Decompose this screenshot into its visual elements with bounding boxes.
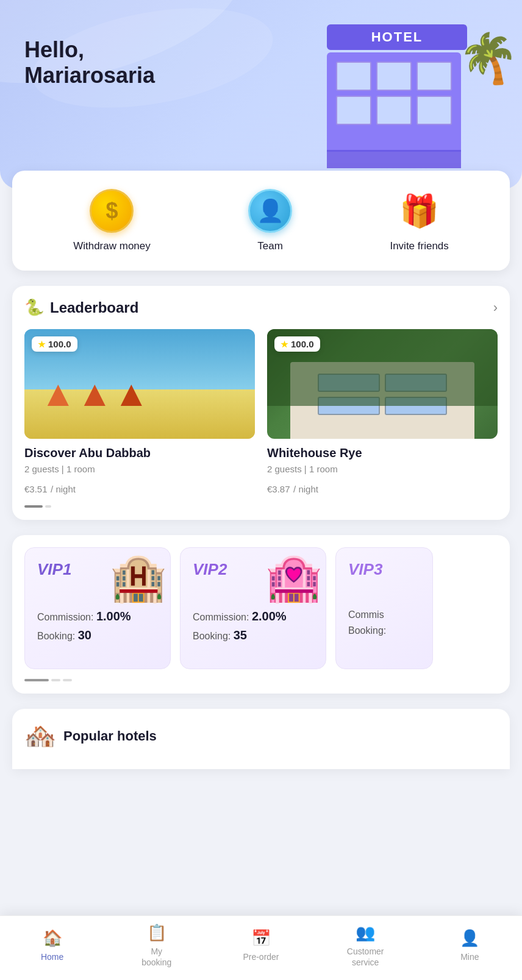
vip3-booking: Booking: bbox=[348, 625, 420, 636]
popular-hotels-title: Popular hotels bbox=[63, 728, 157, 744]
nav-my-booking[interactable]: 📋 Mybooking bbox=[126, 923, 187, 968]
leaderboard-arrow-icon[interactable]: › bbox=[493, 300, 498, 316]
hotel-illustration: 🌴 HOTEL bbox=[296, 12, 522, 189]
snake-icon: 🐍 bbox=[24, 298, 44, 317]
hotel-card-whitehouse[interactable]: ★ 100.0 Whitehouse Rye 2 guests | 1 room… bbox=[267, 329, 498, 495]
vip-scroll-dot-active bbox=[24, 679, 49, 681]
coin-icon: $ bbox=[90, 189, 134, 233]
leaderboard-title: Leaderboard bbox=[50, 299, 138, 316]
nav-customer-service[interactable]: 👥 Customerservice bbox=[335, 923, 396, 968]
popular-hotels-section: 🏘️ Popular hotels bbox=[12, 709, 510, 769]
hotel-window bbox=[376, 96, 412, 125]
popular-hotels-header: 🏘️ Popular hotels bbox=[24, 721, 498, 751]
greeting-block: Hello, Mariarosaria bbox=[24, 37, 155, 88]
umbrella-icon bbox=[121, 385, 142, 406]
vip2-commission: Commission: 2.00% bbox=[193, 609, 313, 623]
header-banner: Hello, Mariarosaria 🌴 HOTEL bbox=[0, 0, 522, 189]
rating-badge-2: ★ 100.0 bbox=[274, 336, 320, 352]
service-icon: 👥 bbox=[356, 923, 375, 942]
leaderboard-section: 🐍 Leaderboard › bbox=[12, 286, 510, 520]
hotel-card-abu-dabbab[interactable]: ★ 100.0 Discover Abu Dabbab 2 guests | 1… bbox=[24, 329, 255, 495]
vip-scroll-dot bbox=[51, 679, 60, 681]
vip1-commission: Commission: 1.00% bbox=[37, 609, 158, 623]
price-unit-2: / night bbox=[293, 484, 318, 494]
hotel-details-1: 2 guests | 1 room bbox=[24, 464, 255, 474]
star-icon: ★ bbox=[38, 339, 46, 349]
vip3-label: VIP3 bbox=[348, 560, 420, 579]
scroll-dot-active bbox=[24, 505, 43, 508]
vip-scroll-dot bbox=[63, 679, 72, 681]
booking-icon: 📋 bbox=[147, 923, 166, 942]
hotel-balcony bbox=[327, 150, 461, 168]
greeting-username: Mariarosaria bbox=[24, 63, 155, 88]
nav-home-label: Home bbox=[41, 951, 63, 962]
withdraw-money-label: Withdraw money bbox=[73, 240, 151, 252]
vip1-booking-value: 30 bbox=[78, 628, 91, 642]
hotel-building: HOTEL bbox=[327, 24, 467, 168]
nav-home[interactable]: 🏠 Home bbox=[22, 929, 83, 962]
gift-icon: 🎁 bbox=[398, 189, 442, 233]
hotel-sign-label: HOTEL bbox=[327, 24, 467, 50]
invite-friends-action[interactable]: 🎁 Invite friends bbox=[390, 189, 448, 252]
vip1-booking: Booking: 30 bbox=[37, 628, 158, 642]
hotel-price-1: €3.51 / night bbox=[24, 481, 255, 495]
vip1-card[interactable]: VIP1 🏨 Commission: 1.00% Booking: 30 bbox=[24, 547, 171, 669]
vip2-hotel-icon: 🏩 bbox=[265, 551, 323, 605]
leaderboard-header: 🐍 Leaderboard › bbox=[24, 298, 498, 317]
withdraw-money-action[interactable]: $ Withdraw money bbox=[73, 189, 151, 252]
leaderboard-title-block: 🐍 Leaderboard bbox=[24, 298, 138, 317]
quick-actions-card: $ Withdraw money 👤 Team 🎁 Invite friends bbox=[12, 171, 510, 271]
leaderboard-scroll-indicator bbox=[24, 505, 498, 508]
beach-umbrellas bbox=[48, 385, 142, 406]
umbrella-icon bbox=[48, 385, 69, 406]
nav-booking-label: Mybooking bbox=[141, 946, 171, 968]
vip-scroll-indicator bbox=[24, 679, 498, 681]
nav-mine-label: Mine bbox=[460, 951, 479, 962]
hotel-cards-row: ★ 100.0 Discover Abu Dabbab 2 guests | 1… bbox=[24, 329, 498, 495]
person-icon: 👤 bbox=[248, 189, 292, 233]
hotel-window bbox=[336, 62, 371, 91]
main-content: $ Withdraw money 👤 Team 🎁 Invite friends… bbox=[0, 171, 522, 830]
umbrella-icon bbox=[84, 385, 105, 406]
hotel-card-image-ivy: ★ 100.0 bbox=[267, 329, 498, 439]
hotel-body bbox=[327, 52, 461, 168]
greeting-hello: Hello, bbox=[24, 37, 155, 63]
hotel-card-image-beach: ★ 100.0 bbox=[24, 329, 255, 439]
vip2-booking-value: 35 bbox=[234, 628, 247, 642]
popular-house-icon: 🏘️ bbox=[24, 721, 56, 751]
hotel-name-2: Whitehouse Rye bbox=[267, 446, 498, 460]
star-icon: ★ bbox=[281, 339, 288, 349]
hotel-window bbox=[417, 62, 452, 91]
rating-value-1: 100.0 bbox=[48, 339, 71, 349]
team-label: Team bbox=[257, 240, 283, 252]
scroll-dot bbox=[45, 505, 51, 508]
vip1-commission-value: 1.00% bbox=[96, 609, 131, 623]
vip-section: VIP1 🏨 Commission: 1.00% Booking: 30 VIP… bbox=[12, 535, 510, 694]
vip1-hotel-icon: 🏨 bbox=[110, 551, 167, 605]
vip2-booking: Booking: 35 bbox=[193, 628, 313, 642]
vip3-commission: Commis bbox=[348, 609, 420, 620]
home-icon: 🏠 bbox=[43, 929, 62, 948]
bottom-navigation: 🏠 Home 📋 Mybooking 📅 Pre-order 👥 Custome… bbox=[0, 915, 522, 980]
hotel-name-1: Discover Abu Dabbab bbox=[24, 446, 255, 460]
nav-service-label: Customerservice bbox=[347, 946, 384, 968]
hotel-window bbox=[336, 96, 371, 125]
mine-icon: 👤 bbox=[460, 929, 479, 948]
price-unit-1: / night bbox=[51, 484, 76, 494]
team-action[interactable]: 👤 Team bbox=[248, 189, 292, 252]
invite-friends-label: Invite friends bbox=[390, 240, 448, 252]
rating-badge-1: ★ 100.0 bbox=[32, 336, 77, 352]
vip-cards-row: VIP1 🏨 Commission: 1.00% Booking: 30 VIP… bbox=[24, 547, 498, 669]
rating-value-2: 100.0 bbox=[291, 339, 314, 349]
hotel-window bbox=[417, 96, 452, 125]
nav-preorder-label: Pre-order bbox=[243, 951, 279, 962]
vip2-card[interactable]: VIP2 🏩 Commission: 2.00% Booking: 35 bbox=[180, 547, 326, 669]
vip2-commission-value: 2.00% bbox=[252, 609, 287, 623]
hotel-window bbox=[376, 62, 412, 91]
nav-mine[interactable]: 👤 Mine bbox=[439, 929, 500, 962]
hotel-details-2: 2 guests | 1 room bbox=[267, 464, 498, 474]
palm-tree-icon: 🌴 bbox=[456, 28, 521, 90]
nav-pre-order[interactable]: 📅 Pre-order bbox=[231, 929, 291, 962]
hotel-price-2: €3.87 / night bbox=[267, 481, 498, 495]
vip3-card[interactable]: VIP3 Commis Booking: bbox=[335, 547, 433, 669]
